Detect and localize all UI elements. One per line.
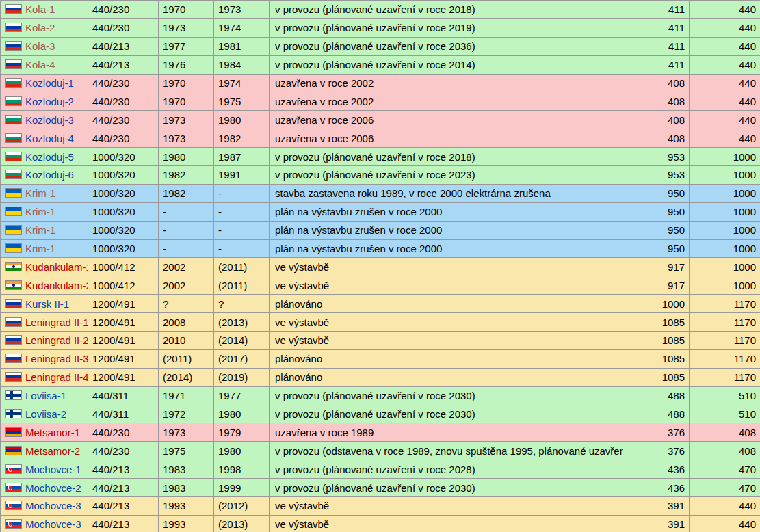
- gross-power-cell: 1000: [690, 221, 760, 239]
- reactor-link[interactable]: Mochovce-1: [25, 464, 81, 475]
- flag-russia-icon: [5, 372, 22, 382]
- start-year-cell: 1973: [159, 129, 214, 148]
- status-cell: v provozu (plánované uzavření v roce 201…: [270, 18, 623, 37]
- status-cell: uzavřena v roce 1989: [270, 423, 623, 442]
- flag-slovakia-icon: [5, 501, 22, 510]
- reactor-link[interactable]: Leningrad II-2: [25, 334, 88, 346]
- table-row: Kola-4440/21319761984v provozu (plánovan…: [1, 55, 760, 74]
- status-cell: v provozu (plánované uzavření v roce 202…: [270, 460, 623, 479]
- table-row: Loviisa-2440/31119721980v provozu (pláno…: [1, 405, 760, 423]
- reactor-type-cell: 440/230: [88, 74, 159, 92]
- start-year-cell: 1983: [159, 460, 214, 479]
- reactor-name-cell: Loviisa-1: [1, 386, 88, 405]
- reactor-type-cell: 1200/491: [88, 295, 159, 313]
- completion-year-cell: 1999: [214, 479, 270, 497]
- reactor-link[interactable]: Kola-4: [25, 59, 55, 70]
- reactor-type-cell: 440/230: [88, 129, 159, 148]
- reactor-name-cell: Kola-3: [1, 37, 88, 55]
- net-power-cell: 950: [623, 202, 690, 221]
- table-row: Krim-11000/320--plán na výstavbu zrušen …: [1, 239, 760, 258]
- gross-power-cell: 1000: [690, 239, 760, 258]
- reactor-name-cell: Leningrad II-4: [1, 368, 88, 386]
- reactor-type-cell: 1000/320: [88, 221, 159, 239]
- reactor-link[interactable]: Leningrad II-3: [25, 353, 88, 364]
- reactor-link[interactable]: Krim-1: [25, 206, 55, 217]
- reactor-table: Kola-1440/23019701973v provozu (plánovan…: [0, 0, 760, 532]
- reactor-type-cell: 440/311: [88, 405, 159, 423]
- reactor-link[interactable]: Metsamor-2: [25, 445, 80, 457]
- start-year-cell: (2011): [159, 349, 214, 368]
- gross-power-cell: 440: [690, 497, 760, 516]
- reactor-type-cell: 1000/320: [88, 166, 159, 185]
- reactor-link[interactable]: Kozloduj-1: [25, 77, 74, 89]
- table-row: Leningrad II-11200/4912008(2013)ve výsta…: [1, 313, 760, 332]
- reactor-type-cell: 1000/320: [88, 184, 159, 202]
- net-power-cell: 376: [623, 423, 690, 442]
- reactor-link[interactable]: Loviisa-1: [25, 390, 66, 401]
- reactor-name-cell: Krim-1: [1, 221, 88, 239]
- status-cell: v provozu (plánované uzavření v roce 201…: [270, 55, 623, 74]
- reactor-link[interactable]: Mochovce-2: [25, 482, 81, 494]
- reactor-name-cell: Kozloduj-2: [1, 92, 88, 111]
- reactor-link[interactable]: Kozloduj-5: [25, 151, 74, 163]
- start-year-cell: 2010: [159, 332, 214, 350]
- reactor-link[interactable]: Leningrad II-4: [25, 371, 88, 383]
- table-row: Krim-11000/320--plán na výstavbu zrušen …: [1, 202, 760, 221]
- reactor-link[interactable]: Kozloduj-2: [25, 96, 74, 107]
- start-year-cell: 1973: [159, 18, 214, 37]
- flag-russia-icon: [5, 41, 22, 51]
- reactor-link[interactable]: Kudankulam-2: [25, 280, 88, 291]
- completion-year-cell: 1973: [214, 1, 270, 19]
- reactor-type-cell: 440/213: [88, 55, 159, 74]
- table-row: Mochovce-3440/2131993(2013)ve výstavbě39…: [1, 515, 760, 532]
- reactor-name-cell: Mochovce-3: [1, 515, 88, 532]
- flag-russia-icon: [5, 354, 22, 363]
- gross-power-cell: 408: [690, 423, 760, 442]
- reactor-link[interactable]: Krim-1: [25, 187, 55, 199]
- reactor-name-cell: Metsamor-2: [1, 442, 88, 460]
- reactor-link[interactable]: Krim-1: [25, 224, 55, 236]
- reactor-type-cell: 440/230: [88, 111, 159, 129]
- start-year-cell: 1983: [159, 479, 214, 497]
- status-cell: ve výstavbě: [270, 332, 623, 350]
- reactor-link[interactable]: Kola-2: [25, 22, 55, 34]
- gross-power-cell: 408: [690, 442, 760, 460]
- reactor-link[interactable]: Kozloduj-6: [25, 169, 74, 181]
- gross-power-cell: 1000: [690, 202, 760, 221]
- reactor-link[interactable]: Mochovce-3: [25, 500, 81, 511]
- flag-india-icon: [5, 262, 22, 271]
- reactor-link[interactable]: Metsamor-1: [25, 427, 80, 438]
- reactor-link[interactable]: Kursk II-1: [25, 298, 69, 310]
- reactor-link[interactable]: Loviisa-2: [25, 408, 66, 420]
- reactor-link[interactable]: Kozloduj-4: [25, 133, 74, 144]
- reactor-link[interactable]: Mochovce-3: [25, 518, 81, 530]
- start-year-cell: 1982: [159, 184, 214, 202]
- reactor-name-cell: Mochovce-3: [1, 497, 88, 516]
- reactor-type-cell: 1200/491: [88, 332, 159, 350]
- reactor-type-cell: 1000/320: [88, 148, 159, 166]
- net-power-cell: 436: [623, 479, 690, 497]
- completion-year-cell: -: [214, 202, 270, 221]
- reactor-link[interactable]: Kudankulam-1: [25, 261, 88, 273]
- start-year-cell: 1970: [159, 1, 214, 19]
- net-power-cell: 391: [623, 497, 690, 516]
- flag-armenia-icon: [5, 446, 22, 455]
- net-power-cell: 917: [623, 276, 690, 295]
- start-year-cell: 1993: [159, 497, 214, 516]
- reactor-link[interactable]: Kola-3: [25, 40, 55, 52]
- completion-year-cell: 1979: [214, 423, 270, 442]
- status-cell: ve výstavbě: [270, 313, 623, 332]
- start-year-cell: 2002: [159, 258, 214, 276]
- gross-power-cell: 440: [690, 37, 760, 55]
- reactor-name-cell: Kudankulam-1: [1, 258, 88, 276]
- completion-year-cell: -: [214, 221, 270, 239]
- reactor-link[interactable]: Kozloduj-3: [25, 114, 74, 126]
- net-power-cell: 411: [623, 37, 690, 55]
- completion-year-cell: 1991: [214, 166, 270, 185]
- table-row: Metsamor-1440/23019731979uzavřena v roce…: [1, 423, 760, 442]
- reactor-link[interactable]: Leningrad II-1: [25, 317, 88, 328]
- status-cell: ve výstavbě: [270, 258, 623, 276]
- reactor-link[interactable]: Krim-1: [25, 243, 55, 254]
- reactor-link[interactable]: Kola-1: [25, 3, 55, 15]
- start-year-cell: 1971: [159, 386, 214, 405]
